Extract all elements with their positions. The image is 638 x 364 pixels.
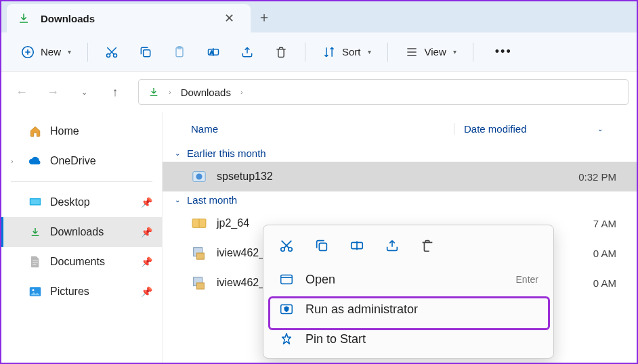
context-menu: Open Enter Run as administrator Pin to S…: [263, 225, 554, 359]
new-button[interactable]: New ▾: [14, 41, 78, 64]
address-bar[interactable]: › Downloads ›: [138, 79, 629, 105]
breadcrumb-current[interactable]: Downloads: [181, 87, 231, 98]
open-icon: [278, 272, 295, 287]
share-button[interactable]: [233, 41, 261, 64]
shortcut-label: Enter: [516, 274, 538, 285]
pin-icon[interactable]: 📌: [141, 256, 152, 267]
ctx-copy-button[interactable]: [312, 236, 331, 255]
svg-text:A: A: [210, 49, 213, 55]
group-header[interactable]: ⌄ Earlier this month: [163, 145, 637, 162]
sort-button[interactable]: Sort ▾: [315, 41, 378, 64]
column-name[interactable]: Name: [183, 123, 454, 135]
view-button[interactable]: View ▾: [398, 41, 463, 64]
group-header[interactable]: ⌄ Last month: [163, 191, 637, 208]
sidebar-item-pictures[interactable]: Pictures 📌: [1, 277, 162, 306]
rename-icon: A: [206, 45, 221, 60]
separator: [387, 43, 388, 62]
svg-rect-21: [319, 243, 326, 250]
installer-icon: [191, 168, 207, 185]
sidebar-item-downloads[interactable]: Downloads 📌: [1, 217, 162, 247]
downloads-icon: [28, 225, 42, 239]
ctx-open[interactable]: Open Enter: [268, 265, 549, 294]
svg-rect-3: [144, 49, 150, 56]
nav-bar: ← → ⌄ ↑ › Downloads ›: [1, 72, 637, 112]
documents-icon: [28, 255, 42, 269]
column-date[interactable]: Date modified ⌄: [454, 123, 616, 135]
ctx-share-button[interactable]: [383, 236, 402, 255]
downloads-icon: [148, 87, 159, 97]
rename-button[interactable]: A: [199, 41, 228, 64]
sidebar-item-desktop[interactable]: Desktop 📌: [1, 187, 162, 217]
file-row[interactable]: spsetup132 0:32 PM: [163, 162, 637, 191]
sidebar-item-documents[interactable]: Documents 📌: [1, 247, 162, 277]
title-bar: Downloads ✕ ＋: [1, 1, 637, 32]
chevron-down-icon: ▾: [68, 48, 71, 55]
pin-icon[interactable]: 📌: [141, 197, 152, 208]
sidebar-item-onedrive[interactable]: › OneDrive: [1, 146, 162, 176]
ctx-cut-button[interactable]: [277, 236, 296, 255]
pin-icon: [278, 332, 295, 346]
installer-icon: [191, 275, 207, 291]
chevron-down-icon: ⌄: [175, 196, 180, 204]
chevron-down-icon: ▾: [368, 48, 371, 55]
more-button[interactable]: •••: [488, 41, 519, 63]
home-icon: [28, 124, 42, 138]
separator: [11, 181, 152, 182]
installer-icon: [191, 245, 207, 261]
desktop-icon: [28, 196, 42, 209]
pin-icon[interactable]: 📌: [141, 286, 152, 297]
context-quick-actions: [268, 229, 549, 265]
close-icon[interactable]: ✕: [219, 8, 240, 28]
svg-rect-16: [196, 253, 204, 259]
back-button[interactable]: ←: [9, 80, 34, 104]
svg-point-13: [196, 173, 202, 179]
downloads-icon: [18, 12, 30, 24]
active-tab[interactable]: Downloads ✕: [7, 4, 251, 32]
separator: [87, 43, 88, 62]
share-icon: [240, 45, 255, 60]
copy-button[interactable]: [131, 41, 160, 64]
ctx-pin-to-start[interactable]: Pin to Start: [268, 324, 549, 354]
new-tab-button[interactable]: ＋: [251, 8, 278, 26]
separator: [305, 43, 305, 62]
svg-rect-9: [30, 200, 40, 205]
archive-icon: [191, 215, 207, 231]
recent-dropdown[interactable]: ⌄: [72, 80, 96, 104]
delete-button[interactable]: [267, 41, 295, 64]
forward-button[interactable]: →: [41, 80, 65, 104]
chevron-right-icon[interactable]: ›: [240, 88, 243, 96]
new-icon: [20, 45, 35, 60]
file-date: 0:32 PM: [467, 171, 630, 183]
pictures-icon: [28, 285, 42, 298]
cut-button[interactable]: [98, 41, 126, 64]
svg-rect-18: [196, 283, 204, 289]
ctx-rename-button[interactable]: [347, 236, 366, 255]
sidebar-item-home[interactable]: Home: [1, 116, 162, 146]
sidebar: Home › OneDrive Desktop 📌 Downloads 📌: [1, 112, 163, 363]
chevron-right-icon[interactable]: ›: [169, 88, 171, 96]
cut-icon: [104, 45, 119, 60]
chevron-down-icon: ▾: [453, 48, 456, 55]
up-button[interactable]: ↑: [103, 80, 127, 104]
sort-icon: [322, 45, 337, 60]
onedrive-icon: [28, 154, 42, 168]
chevron-down-icon: ⌄: [175, 150, 180, 157]
delete-icon: [274, 45, 289, 60]
ctx-delete-button[interactable]: [418, 236, 437, 255]
svg-point-11: [33, 289, 35, 291]
paste-icon: [172, 45, 187, 60]
copy-icon: [138, 45, 153, 60]
separator: [473, 43, 473, 62]
shield-icon: [278, 302, 295, 317]
svg-rect-23: [281, 275, 293, 284]
toolbar: New ▾ A Sort ▾ View ▾ •••: [1, 32, 637, 72]
expand-icon[interactable]: ›: [11, 157, 20, 165]
tab-title: Downloads: [41, 13, 208, 24]
chevron-down-icon: ⌄: [597, 125, 603, 133]
file-name: spsetup132: [217, 170, 458, 183]
pin-icon[interactable]: 📌: [141, 227, 152, 237]
paste-button[interactable]: [165, 41, 194, 64]
ctx-run-as-admin[interactable]: Run as administrator: [268, 294, 549, 324]
column-headers: Name Date modified ⌄: [163, 112, 637, 145]
view-icon: [404, 45, 419, 60]
